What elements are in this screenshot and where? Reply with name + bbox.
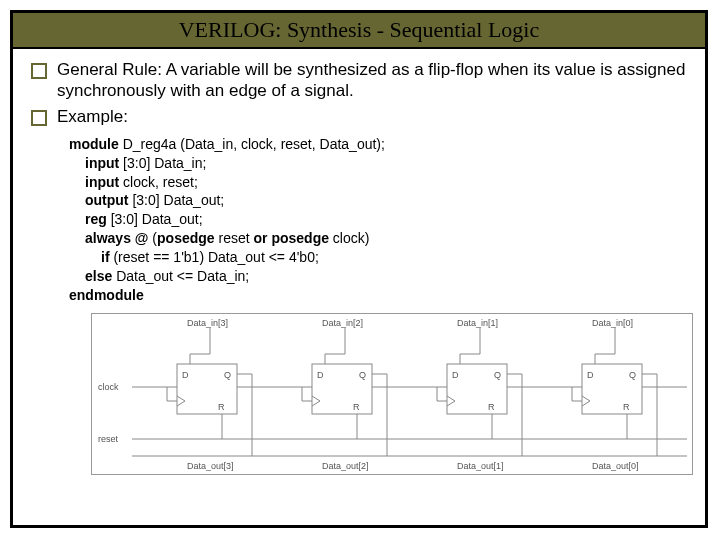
flipflop-diagram: clock reset Data_in[3] D: [91, 313, 693, 475]
port-r: R: [488, 402, 495, 412]
code-line: else Data_out <= Data_in;: [69, 267, 687, 286]
kw-else: else: [85, 268, 112, 284]
label-dout1: Data_out[1]: [457, 461, 504, 471]
kw-endmodule: endmodule: [69, 287, 144, 303]
kw-input: input: [85, 155, 119, 171]
port-r: R: [218, 402, 225, 412]
kw-input: input: [85, 174, 119, 190]
kw-posedge: posedge: [157, 230, 215, 246]
code-line: if (reset == 1'b1) Data_out <= 4'b0;: [69, 248, 687, 267]
title-bar: VERILOG: Synthesis - Sequential Logic: [13, 13, 705, 49]
label-clock: clock: [98, 382, 119, 392]
port-q: Q: [494, 370, 501, 380]
port-q: Q: [359, 370, 366, 380]
kw-output: output: [85, 192, 129, 208]
diagram-wrap: clock reset Data_in[3] D: [91, 313, 669, 479]
port-r: R: [623, 402, 630, 412]
kw-or: or: [254, 230, 268, 246]
label-reset: reset: [98, 434, 119, 444]
bullet-item: General Rule: A variable will be synthes…: [31, 59, 687, 102]
port-q: Q: [224, 370, 231, 380]
port-d: D: [452, 370, 459, 380]
label-din3: Data_in[3]: [187, 318, 228, 328]
bullet-marker-icon: [31, 63, 47, 79]
kw-always: always @: [85, 230, 148, 246]
bullet-marker-icon: [31, 110, 47, 126]
port-d: D: [587, 370, 594, 380]
port-q: Q: [629, 370, 636, 380]
code-line: endmodule: [69, 286, 687, 305]
kw-reg: reg: [85, 211, 107, 227]
bullet-text: General Rule: A variable will be synthes…: [57, 59, 687, 102]
code-line: output [3:0] Data_out;: [69, 191, 687, 210]
bullet-item: Example:: [31, 106, 687, 127]
kw-if: if: [101, 249, 110, 265]
port-r: R: [353, 402, 360, 412]
label-din1: Data_in[1]: [457, 318, 498, 328]
code-line: input clock, reset;: [69, 173, 687, 192]
label-dout2: Data_out[2]: [322, 461, 369, 471]
port-d: D: [182, 370, 189, 380]
label-din2: Data_in[2]: [322, 318, 363, 328]
code-block: module D_reg4a (Data_in, clock, reset, D…: [69, 135, 687, 305]
code-line: module D_reg4a (Data_in, clock, reset, D…: [69, 135, 687, 154]
code-line: input [3:0] Data_in;: [69, 154, 687, 173]
kw-posedge: posedge: [271, 230, 329, 246]
port-d: D: [317, 370, 324, 380]
slide-frame: VERILOG: Synthesis - Sequential Logic Ge…: [10, 10, 708, 528]
code-line: reg [3:0] Data_out;: [69, 210, 687, 229]
code-line: always @ (posedge reset or posedge clock…: [69, 229, 687, 248]
slide-title: VERILOG: Synthesis - Sequential Logic: [179, 17, 540, 42]
slide-body: General Rule: A variable will be synthes…: [13, 49, 705, 485]
label-din0: Data_in[0]: [592, 318, 633, 328]
kw-module: module: [69, 136, 119, 152]
bullet-text: Example:: [57, 106, 128, 127]
flipflop-group: Data_in[3] D Q R: [167, 318, 657, 471]
label-dout0: Data_out[0]: [592, 461, 639, 471]
label-dout3: Data_out[3]: [187, 461, 234, 471]
